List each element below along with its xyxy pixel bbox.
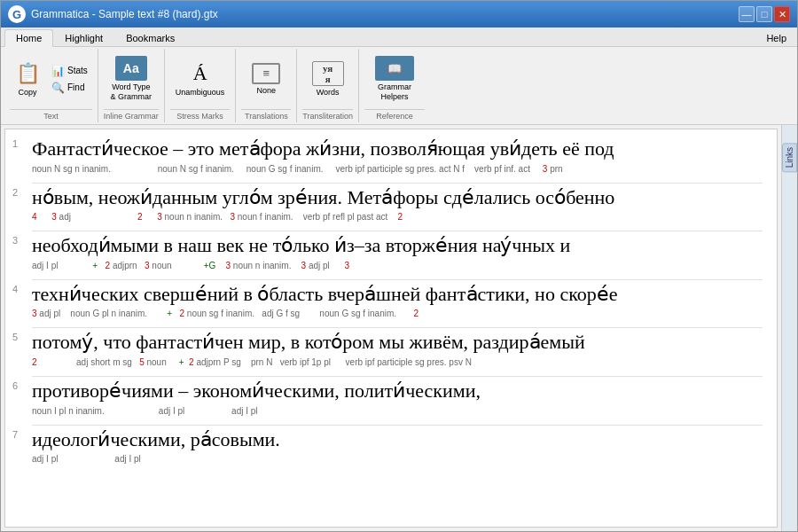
- maximize-button[interactable]: □: [756, 6, 772, 22]
- line-text: необходи́мыми в наш век не то́лько и́з–з…: [32, 233, 763, 259]
- line-text: Фантасти́ческое – это мета́фора жи́зни, …: [32, 137, 763, 162]
- line-number: 4: [12, 284, 18, 294]
- links-label[interactable]: Links: [782, 143, 797, 172]
- text-line: 7идеологи́ческими, ра́совыми.adj I pl ad…: [32, 427, 763, 466]
- text-line: 2но́вым, неожи́данным угло́м зре́ния. Ме…: [32, 185, 763, 224]
- find-button[interactable]: 🔍 Find: [47, 80, 92, 96]
- line-text: противоре́чиями – экономи́ческими, полит…: [32, 379, 763, 404]
- line-number: 1: [12, 138, 18, 149]
- stats-button[interactable]: 📊 Stats: [47, 63, 92, 79]
- none-label: None: [257, 86, 277, 96]
- unambiguous-button[interactable]: Á Unambiguous: [170, 58, 231, 101]
- line-divider: [32, 183, 763, 184]
- copy-icon: 📋: [15, 61, 40, 86]
- ribbon-group-stress-marks: Á Unambiguous Stress Marks: [165, 49, 237, 122]
- grammar-helpers-label: Grammar Helpers: [378, 82, 411, 102]
- grammar-line: noun N sg n inanim. noun N sg f inanim. …: [32, 163, 763, 176]
- unambiguous-icon: Á: [188, 61, 213, 86]
- stats-find-group: 📊 Stats 🔍 Find: [47, 63, 92, 96]
- line-number: 5: [12, 332, 18, 342]
- none-icon: ≡: [252, 63, 280, 84]
- text-group-label: Text: [10, 109, 92, 121]
- ribbon: 📋 Copy 📊 Stats 🔍 Find Text: [1, 47, 797, 125]
- ribbon-group-reference: 📖 Grammar Helpers Reference: [359, 49, 430, 122]
- title-bar: G Grammatica - Sample text #8 (hard).gtx…: [1, 1, 797, 27]
- tab-highlight[interactable]: Highlight: [53, 29, 114, 46]
- words-icon: уя я: [312, 61, 344, 86]
- words-label: Words: [317, 88, 340, 98]
- text-area[interactable]: 1Фантасти́ческое – это мета́фора жи́зни,…: [4, 129, 778, 528]
- grammar-helpers-icon: 📖: [375, 56, 414, 81]
- copy-button[interactable]: 📋 Copy: [10, 58, 45, 101]
- word-type-button[interactable]: Aa Word Type & Grammar: [106, 52, 158, 106]
- text-line: 6противоре́чиями – экономи́ческими, поли…: [32, 379, 763, 418]
- grammar-line: noun I pl n inanim. adj I pl adj I pl: [32, 405, 763, 418]
- window-title: Grammatica - Sample text #8 (hard).gtx: [31, 8, 218, 20]
- main-area: 1Фантасти́ческое – это мета́фора жи́зни,…: [1, 125, 797, 531]
- line-number: 6: [12, 380, 18, 391]
- ribbon-group-text: 📋 Copy 📊 Stats 🔍 Find Text: [4, 49, 98, 122]
- grammar-line: adj I pl adj I pl: [32, 453, 763, 466]
- stress-marks-group-label: Stress Marks: [170, 109, 231, 121]
- find-label: Find: [67, 82, 84, 92]
- ribbon-tab-bar: Home Highlight Bookmarks Help: [1, 27, 797, 47]
- line-divider: [32, 279, 763, 280]
- reference-group-label: Reference: [364, 109, 425, 121]
- title-bar-left: G Grammatica - Sample text #8 (hard).gtx: [8, 5, 218, 23]
- ribbon-group-text-content: 📋 Copy 📊 Stats 🔍 Find: [10, 51, 92, 107]
- stats-label: Stats: [67, 66, 88, 75]
- line-text: но́вым, неожи́данным угло́м зре́ния. Мет…: [32, 185, 763, 211]
- app-window: G Grammatica - Sample text #8 (hard).gtx…: [0, 0, 798, 532]
- line-text: идеологи́ческими, ра́совыми.: [32, 427, 763, 453]
- grammar-line: 3 adj pl noun G pl n inanim. + 2 noun sg…: [32, 308, 763, 320]
- transliteration-group-label: Transliteration: [302, 109, 353, 121]
- line-divider: [32, 327, 763, 328]
- unambiguous-label: Unambiguous: [176, 88, 225, 98]
- line-text: потому́, что фантасти́чен мир, в кото́ро…: [32, 330, 763, 356]
- line-divider: [32, 231, 763, 231]
- word-type-icon: Aa: [115, 56, 147, 81]
- line-number: 7: [12, 429, 18, 440]
- grammar-helpers-button[interactable]: 📖 Grammar Helpers: [364, 52, 425, 106]
- stress-marks-content: Á Unambiguous: [170, 51, 231, 107]
- words-button[interactable]: уя я Words: [303, 58, 353, 101]
- word-type-label: Word Type & Grammar: [111, 82, 153, 102]
- line-text: техни́ческих сверше́ний в о́бласть вчера…: [32, 282, 763, 308]
- help-button[interactable]: Help: [759, 30, 794, 46]
- transliteration-content: уя я Words: [303, 51, 353, 107]
- side-links-panel: Links: [781, 125, 797, 531]
- stats-icon: 📊: [51, 65, 65, 77]
- line-number: 3: [12, 235, 18, 246]
- tab-bookmarks[interactable]: Bookmarks: [114, 29, 186, 46]
- minimize-button[interactable]: —: [739, 6, 755, 22]
- inline-grammar-content: Aa Word Type & Grammar: [106, 51, 158, 107]
- line-divider: [32, 425, 763, 426]
- close-button[interactable]: ✕: [774, 6, 790, 22]
- translations-group-label: Translations: [241, 109, 291, 121]
- text-content: 1Фантасти́ческое – это мета́фора жи́зни,…: [5, 129, 777, 480]
- grammar-line: 2 adj short m sg 5 noun + 2 adjprn P sg …: [32, 356, 763, 369]
- reference-content: 📖 Grammar Helpers: [364, 51, 425, 107]
- find-icon: 🔍: [51, 82, 65, 94]
- ribbon-group-inline-grammar: Aa Word Type & Grammar Inline Grammar: [98, 49, 165, 122]
- text-line: 5потому́, что фантасти́чен мир, в кото́р…: [32, 330, 763, 369]
- text-line: 4техни́ческих сверше́ний в о́бласть вчер…: [32, 282, 763, 321]
- none-button[interactable]: ≡ None: [241, 59, 291, 99]
- copy-label: Copy: [18, 88, 36, 98]
- inline-grammar-group-label: Inline Grammar: [104, 109, 159, 121]
- translations-content: ≡ None: [241, 51, 291, 107]
- grammar-line: adj I pl + 2 adjprn 3 noun +G 3 noun n i…: [32, 260, 763, 272]
- line-number: 2: [12, 187, 18, 198]
- text-line: 1Фантасти́ческое – это мета́фора жи́зни,…: [32, 137, 763, 176]
- text-line: 3необходи́мыми в наш век не то́лько и́з–…: [32, 233, 763, 272]
- ribbon-group-transliteration: уя я Words Transliteration: [297, 49, 359, 122]
- app-icon: G: [8, 5, 26, 23]
- title-controls: — □ ✕: [739, 6, 790, 22]
- grammar-line: 4 3 adj 2 3 noun n inanim. 3 noun f inan…: [32, 211, 763, 223]
- ribbon-group-translations: ≡ None Translations: [236, 49, 297, 122]
- line-divider: [32, 376, 763, 377]
- tab-home[interactable]: Home: [4, 29, 53, 47]
